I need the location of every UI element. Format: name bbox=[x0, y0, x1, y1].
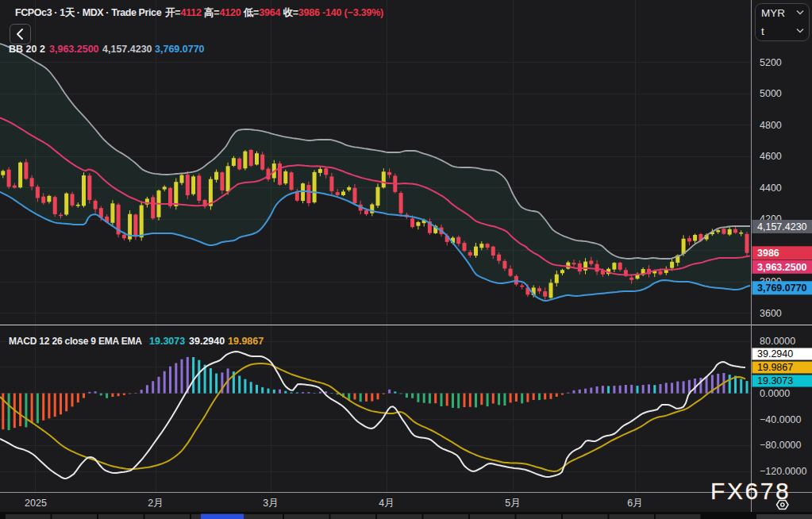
svg-text:3600: 3600 bbox=[760, 308, 782, 319]
svg-text:5月: 5月 bbox=[505, 498, 520, 509]
svg-text:−120.0000: −120.0000 bbox=[760, 466, 806, 477]
svg-text:−80.0000: −80.0000 bbox=[760, 440, 802, 451]
svg-text:MACD 12 26 close 9 EMA EMA: MACD 12 26 close 9 EMA EMA bbox=[9, 336, 142, 347]
svg-text:MYR: MYR bbox=[761, 7, 785, 19]
svg-text:4月: 4月 bbox=[379, 498, 394, 509]
svg-text:3,769.0770: 3,769.0770 bbox=[757, 283, 807, 294]
svg-text:BB 20 2: BB 20 2 bbox=[9, 44, 45, 55]
svg-text:3,963.2500: 3,963.2500 bbox=[49, 44, 99, 55]
svg-text:开=4112 高=4120 低=3964 收=3986 -1: 开=4112 高=4120 低=3964 收=3986 -140 (−3.39%… bbox=[164, 7, 383, 18]
svg-text:19.3073: 19.3073 bbox=[757, 375, 793, 386]
svg-text:19.3073: 19.3073 bbox=[149, 336, 185, 347]
svg-text:3,769.0770: 3,769.0770 bbox=[155, 44, 205, 55]
svg-text:4,157.4230: 4,157.4230 bbox=[102, 44, 152, 55]
svg-text:3,963.2500: 3,963.2500 bbox=[757, 262, 807, 273]
svg-text:4,157.4230: 4,157.4230 bbox=[757, 221, 807, 233]
svg-text:3986: 3986 bbox=[757, 248, 779, 259]
svg-text:FCPOc3 · 1天 · MDX · Trade Pric: FCPOc3 · 1天 · MDX · Trade Price bbox=[15, 7, 162, 18]
svg-text:2月: 2月 bbox=[148, 498, 163, 509]
svg-text:5200: 5200 bbox=[760, 57, 782, 68]
svg-text:19.9867: 19.9867 bbox=[228, 336, 264, 347]
svg-text:4800: 4800 bbox=[760, 120, 782, 131]
svg-text:FX678: FX678 bbox=[710, 478, 791, 504]
svg-text:39.2940: 39.2940 bbox=[757, 348, 793, 359]
svg-text:80.0000: 80.0000 bbox=[760, 336, 795, 347]
svg-text:4400: 4400 bbox=[760, 183, 782, 194]
svg-text:39.2940: 39.2940 bbox=[189, 336, 225, 347]
svg-text:5000: 5000 bbox=[760, 88, 782, 99]
svg-text:4600: 4600 bbox=[760, 151, 782, 162]
svg-text:0.0000: 0.0000 bbox=[760, 388, 790, 399]
svg-text:t: t bbox=[761, 25, 764, 37]
svg-text:6月: 6月 bbox=[627, 498, 642, 509]
svg-text:3月: 3月 bbox=[263, 498, 278, 509]
svg-text:19.9867: 19.9867 bbox=[757, 362, 793, 373]
svg-text:−40.0000: −40.0000 bbox=[760, 414, 802, 425]
svg-text:2025: 2025 bbox=[25, 498, 47, 509]
